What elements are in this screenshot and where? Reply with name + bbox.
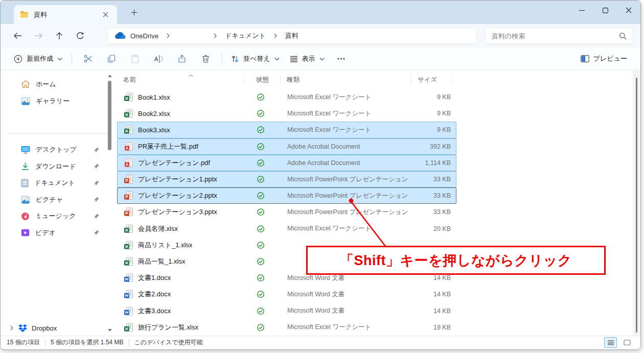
excel-file-icon xyxy=(124,323,133,332)
column-header-name[interactable]: 名前 xyxy=(117,70,245,89)
breadcrumb[interactable]: OneDriveドキュメント資料 xyxy=(107,28,477,44)
file-type: Adobe Acrobat Document xyxy=(281,159,412,167)
delete-button[interactable] xyxy=(194,50,217,67)
file-type: Microsoft Excel ワークシート xyxy=(281,126,412,134)
sidebar-item-label: ドキュメント xyxy=(34,178,75,187)
file-name: 文書1.docx xyxy=(118,273,245,283)
excel-file-icon xyxy=(124,92,133,102)
sync-status-icon xyxy=(245,192,281,200)
tab-close-icon[interactable] xyxy=(100,9,111,20)
share-button[interactable] xyxy=(170,50,194,67)
list-scrollbar[interactable] xyxy=(633,70,640,336)
refresh-button[interactable] xyxy=(71,28,90,44)
sync-status-icon xyxy=(245,175,281,183)
file-row[interactable]: Book2.xlsxMicrosoft Excel ワークシート9 KB xyxy=(117,105,456,122)
sync-status-icon xyxy=(245,109,281,117)
sidebar-scrollbar-thumb[interactable] xyxy=(108,81,111,150)
preview-button-label: プレビュー xyxy=(593,54,627,63)
file-size: 33 KB xyxy=(412,192,452,199)
file-explorer-window: 資料 OneDriveドキュメント資料 新規作成 並べ替え 表示 xyxy=(0,0,641,350)
breadcrumb-item[interactable]: 資料 xyxy=(284,30,300,41)
file-row[interactable]: Book1.xlsxMicrosoft Excel ワークシート9 KB xyxy=(117,89,456,105)
pin-icon xyxy=(93,213,100,220)
file-row[interactable]: プレゼンテーション2.pptxMicrosoft PowerPoint プレゼン… xyxy=(117,187,456,204)
sync-status-icon xyxy=(245,241,281,249)
search-input[interactable] xyxy=(492,32,619,40)
more-button[interactable] xyxy=(330,50,353,67)
file-type: Microsoft Word 文書 xyxy=(281,290,412,299)
sync-status-icon xyxy=(245,143,281,151)
thumbnails-view-button[interactable] xyxy=(620,337,633,348)
rename-button[interactable] xyxy=(147,50,170,67)
file-name: 会員名簿.xlsx xyxy=(118,224,245,233)
sidebar-item-label: ビデオ xyxy=(35,228,56,238)
file-row[interactable]: 文書2.docxMicrosoft Word 文書14 KB xyxy=(117,286,456,302)
file-list-pane: 名前 状態 種類 サイズ Book1.xlsxMicrosoft Excel ワ… xyxy=(117,70,640,336)
minimize-icon xyxy=(579,8,585,13)
new-tab-button[interactable] xyxy=(127,6,141,19)
column-header-status[interactable]: 状態 xyxy=(245,70,281,89)
chevron-right-icon xyxy=(271,33,280,38)
nav-buttons xyxy=(8,28,91,44)
sidebar-item-home[interactable]: ホーム xyxy=(1,76,117,92)
list-scrollbar-thumb[interactable] xyxy=(636,78,637,333)
copy-button[interactable] xyxy=(100,50,123,67)
new-icon xyxy=(14,55,22,63)
details-view-button[interactable] xyxy=(604,337,617,348)
share-icon xyxy=(178,55,186,63)
home-icon xyxy=(21,80,30,88)
sidebar-item-music[interactable]: ミュージック xyxy=(1,208,117,225)
file-row[interactable]: Book3.xlsxMicrosoft Excel ワークシート9 KB xyxy=(117,122,456,138)
maximize-button[interactable] xyxy=(593,1,617,20)
excel-file-icon xyxy=(124,125,133,134)
expand-chevron-icon[interactable] xyxy=(10,325,14,331)
word-file-icon xyxy=(124,290,133,299)
sidebar-item-gallery[interactable]: ギャラリー xyxy=(1,92,117,109)
cut-button[interactable] xyxy=(76,50,100,67)
sidebar-scrollbar[interactable] xyxy=(106,74,113,333)
file-row[interactable]: PR菓子売上一覧.pdfAdobe Acrobat Document392 KB xyxy=(117,138,456,155)
excel-file-icon xyxy=(124,241,133,250)
forward-icon xyxy=(34,32,43,40)
back-button[interactable] xyxy=(8,28,27,44)
sort-icon xyxy=(231,55,239,63)
sync-status-icon xyxy=(245,225,281,233)
sync-status-icon xyxy=(245,159,281,167)
scroll-down-arrow-icon[interactable] xyxy=(108,329,112,332)
file-row[interactable]: 旅行プラン一覧.xlsxMicrosoft Excel ワークシート19 KB xyxy=(117,319,456,336)
file-row[interactable]: 文書3.docxMicrosoft Word 文書14 KB xyxy=(117,302,456,319)
close-button[interactable] xyxy=(617,1,640,20)
sidebar-item-downloads[interactable]: ダウンロード xyxy=(1,158,117,175)
pin-icon xyxy=(93,163,100,170)
close-icon xyxy=(626,7,632,13)
breadcrumb-item[interactable]: OneDrive xyxy=(113,31,159,41)
sidebar-item-documents[interactable]: ドキュメント xyxy=(1,175,117,192)
sidebar-item-dropbox[interactable]: Dropbox xyxy=(10,324,57,332)
up-button[interactable] xyxy=(50,28,69,44)
column-header-type[interactable]: 種類 xyxy=(281,70,411,89)
tab-shiryo[interactable]: 資料 xyxy=(14,5,117,24)
sort-button[interactable]: 並べ替え xyxy=(226,50,285,67)
file-row[interactable]: 会員名簿.xlsxMicrosoft Excel ワークシート20 KB xyxy=(117,221,456,237)
status-separator xyxy=(129,339,129,346)
powerpoint-file-icon xyxy=(124,207,133,217)
sidebar-item-pictures[interactable]: ピクチャ xyxy=(1,192,117,208)
scroll-up-arrow-icon[interactable] xyxy=(108,75,112,77)
word-file-icon xyxy=(124,273,133,283)
breadcrumb-item[interactable]: ドキュメント xyxy=(224,30,267,41)
minimize-button[interactable] xyxy=(570,1,593,20)
rename-icon xyxy=(154,55,163,63)
sidebar-item-desktop[interactable]: デスクトップ xyxy=(1,142,117,158)
file-row[interactable]: プレゼンテーション.pdfAdobe Acrobat Document1,114… xyxy=(117,155,456,171)
chevron-right-icon xyxy=(164,33,172,38)
preview-button[interactable]: プレビュー xyxy=(576,50,632,67)
new-button[interactable]: 新規作成 xyxy=(9,50,67,67)
sidebar-item-videos[interactable]: ビデオ xyxy=(1,225,117,242)
search-box[interactable] xyxy=(485,28,633,44)
sidebar-divider xyxy=(8,133,110,134)
file-row[interactable]: プレゼンテーション1.pptxMicrosoft PowerPoint プレゼン… xyxy=(117,171,456,187)
file-row[interactable]: プレゼンテーション3.pptxMicrosoft PowerPoint プレゼン… xyxy=(117,204,456,220)
column-header-size[interactable]: サイズ xyxy=(411,70,451,89)
maximize-icon xyxy=(603,8,608,13)
view-button[interactable]: 表示 xyxy=(285,50,330,67)
